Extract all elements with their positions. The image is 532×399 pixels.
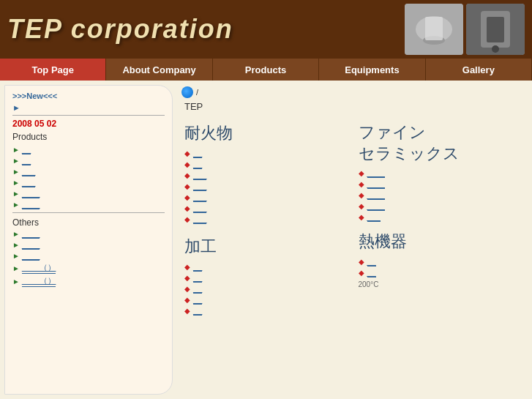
fine-ceramics-item-2[interactable]: ◆ ____: [359, 179, 521, 189]
section-processing: 加工 ◆ __ ◆ __ ◆ __ ◆ __: [184, 236, 347, 316]
sidebar-product-item-5[interactable]: ► ____: [12, 189, 165, 198]
sidebar-other-item-5[interactable]: ► ____（）: [12, 275, 165, 287]
product-grid: 耐火物 ◆ __ ◆ __ ◆ ___ ◆ ___ ◆: [181, 119, 523, 320]
sidebar-product-item-6[interactable]: ► ____: [12, 200, 165, 209]
svg-point-7: [492, 45, 499, 53]
refractory-heading: 耐火物: [184, 122, 347, 144]
section-fine-ceramics: ファインセラミックス ◆ ____ ◆ ____ ◆ ____ ◆ ____: [356, 119, 524, 320]
diamond-icon-6: ◆: [184, 204, 190, 212]
refractory-item-1[interactable]: ◆ __: [184, 149, 347, 158]
sidebar-product-item-1[interactable]: ► __: [12, 145, 165, 154]
processing-item-5[interactable]: ◆ __: [184, 306, 347, 316]
sidebar-others-title: Others: [12, 217, 165, 228]
diamond-icon-f4: ◆: [359, 202, 364, 210]
diamond-icon-t2: ◆: [359, 269, 364, 277]
content-area: / TEP 耐火物 ◆ __ ◆ __ ◆ ___: [173, 81, 532, 399]
main-content: >>>New<<< ► 2008 05 02 Products ► __ ► _…: [0, 81, 532, 399]
bullet-icon-10: ►: [12, 264, 20, 272]
bullet-icon-3: ►: [12, 168, 20, 176]
thermal-heading: 熱機器: [359, 231, 521, 253]
sidebar-arrow: ►: [12, 103, 165, 112]
fine-ceramics-item-1[interactable]: ◆ ____: [359, 168, 521, 178]
diamond-icon-p3: ◆: [184, 285, 190, 293]
sidebar: >>>New<<< ► 2008 05 02 Products ► __ ► _…: [4, 85, 173, 395]
nav-top-page[interactable]: Top Page: [0, 59, 106, 81]
site-title: TEP corporation: [7, 14, 405, 45]
bullet-icon-8: ►: [12, 241, 20, 249]
fine-ceramics-heading: ファインセラミックス: [359, 122, 521, 164]
thermal-item-2[interactable]: ◆ __: [359, 268, 521, 277]
section-refractory: 耐火物 ◆ __ ◆ __ ◆ ___ ◆ ___ ◆: [181, 119, 350, 320]
diamond-icon-p5: ◆: [184, 307, 190, 315]
diamond-icon-3: ◆: [184, 171, 190, 179]
sidebar-new-label[interactable]: >>>New<<<: [12, 92, 165, 100]
sidebar-product-item-4[interactable]: ► ___: [12, 178, 165, 187]
section-thermal: 熱機器 ◆ __ ◆ __ 200°C: [359, 231, 521, 288]
bullet-icon-1: ►: [12, 146, 20, 154]
diamond-icon-5: ◆: [184, 193, 190, 201]
svg-rect-3: [425, 17, 443, 40]
breadcrumb-separator: /: [196, 88, 198, 97]
nav-products[interactable]: Products: [213, 59, 319, 81]
diamond-icon-p1: ◆: [184, 263, 190, 271]
refractory-item-2[interactable]: ◆ __: [184, 160, 347, 169]
bullet-icon-5: ►: [12, 190, 20, 198]
processing-item-2[interactable]: ◆ __: [184, 273, 347, 283]
fine-ceramics-item-3[interactable]: ◆ ____: [359, 190, 521, 200]
refractory-item-4[interactable]: ◆ ___: [184, 182, 347, 191]
header-image-1: [405, 4, 463, 55]
company-name: TEP: [184, 101, 523, 112]
processing-item-4[interactable]: ◆ __: [184, 295, 347, 305]
diamond-icon-4: ◆: [184, 182, 190, 190]
header: TEP corporation: [0, 0, 532, 59]
thermal-item-1[interactable]: ◆ __: [359, 257, 521, 266]
refractory-item-3[interactable]: ◆ ___: [184, 171, 347, 180]
refractory-item-5[interactable]: ◆ ___: [184, 193, 347, 202]
bullet-icon-7: ►: [12, 230, 20, 238]
diamond-icon-f2: ◆: [359, 180, 364, 188]
diamond-icon-1: ◆: [184, 149, 190, 157]
sidebar-divider-2: [12, 212, 165, 213]
diamond-icon-7: ◆: [184, 215, 190, 223]
diamond-icon-t1: ◆: [359, 258, 364, 266]
nav-gallery[interactable]: Gallery: [426, 59, 532, 81]
sidebar-product-item-3[interactable]: ► ___: [12, 167, 165, 176]
diamond-icon-p4: ◆: [184, 296, 190, 304]
processing-heading: 加工: [184, 236, 347, 258]
bullet-icon-2: ►: [12, 157, 20, 165]
refractory-item-7[interactable]: ◆ ___: [184, 215, 347, 224]
breadcrumb: /: [181, 86, 523, 98]
diamond-icon-p2: ◆: [184, 274, 190, 282]
sidebar-other-item-2[interactable]: ► ____: [12, 240, 165, 250]
diamond-icon-f5: ◆: [359, 213, 364, 221]
refractory-item-6[interactable]: ◆ ___: [184, 204, 347, 213]
diamond-icon-2: ◆: [184, 160, 190, 168]
nav-about-company[interactable]: About Company: [106, 59, 212, 81]
navigation: Top Page About Company Products Equipmen…: [0, 59, 532, 81]
header-images: [405, 4, 525, 55]
globe-icon: [181, 86, 193, 98]
bullet-icon-9: ►: [12, 252, 20, 260]
svg-rect-6: [487, 17, 504, 42]
fine-ceramics-item-4[interactable]: ◆ ____: [359, 201, 521, 211]
diamond-icon-f1: ◆: [359, 169, 364, 177]
sidebar-other-item-4[interactable]: ► ____（）: [12, 262, 165, 274]
processing-item-3[interactable]: ◆ __: [184, 284, 347, 294]
thermal-note: 200°C: [359, 280, 521, 288]
sidebar-other-item-3[interactable]: ► ____: [12, 251, 165, 261]
sidebar-product-item-2[interactable]: ► __: [12, 156, 165, 165]
sidebar-date: 2008 05 02: [12, 119, 165, 129]
nav-equipments[interactable]: Equipments: [319, 59, 425, 81]
header-image-2: [466, 4, 525, 55]
diamond-icon-f3: ◆: [359, 191, 364, 199]
bullet-icon-4: ►: [12, 179, 20, 187]
sidebar-products-title: Products: [12, 132, 165, 142]
processing-item-1[interactable]: ◆ __: [184, 262, 347, 272]
bullet-icon-11: ►: [12, 277, 20, 286]
bullet-icon-6: ►: [12, 201, 20, 209]
fine-ceramics-item-5[interactable]: ◆ ___: [359, 212, 521, 222]
sidebar-other-item-1[interactable]: ► ____: [12, 229, 165, 239]
sidebar-divider-1: [12, 115, 165, 116]
